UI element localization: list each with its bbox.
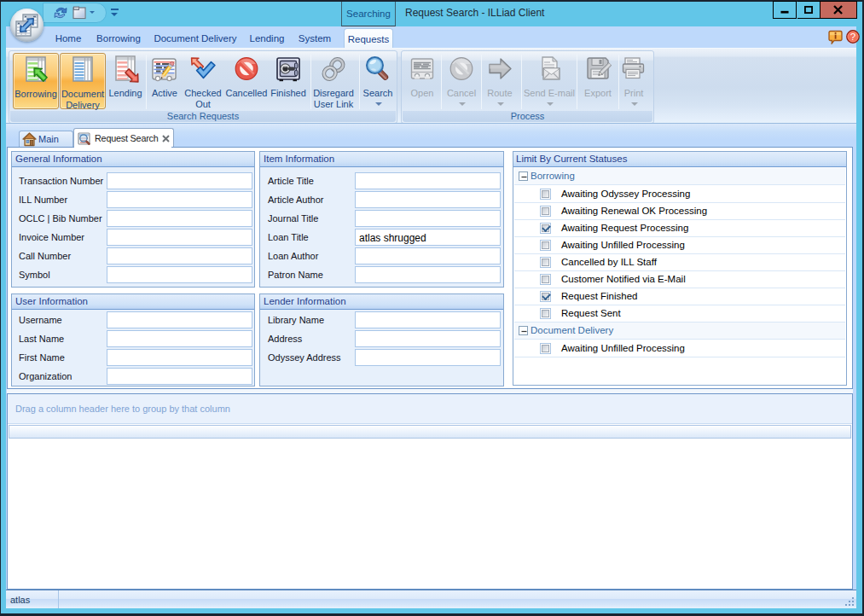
svg-text:?: ? [850, 32, 855, 42]
